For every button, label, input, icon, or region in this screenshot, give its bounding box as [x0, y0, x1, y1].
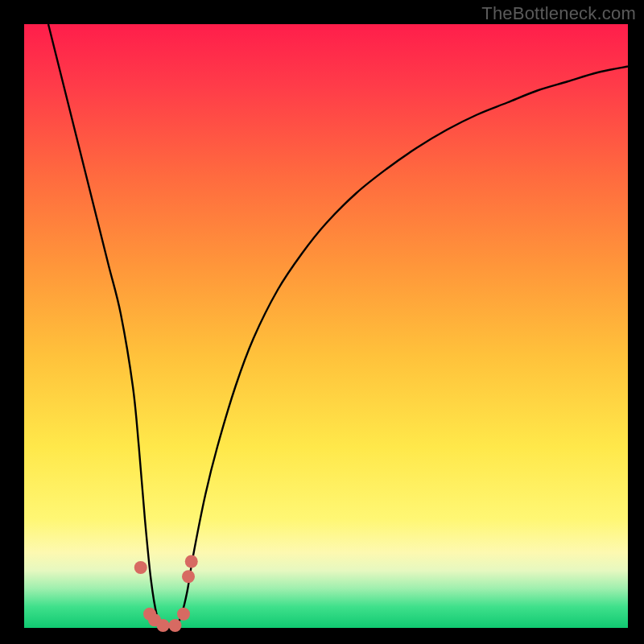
- marker-left-upper: [134, 561, 147, 574]
- chart-stage: TheBottleneck.com: [0, 0, 644, 644]
- marker-right-mid-1: [182, 570, 195, 583]
- watermark-text: TheBottleneck.com: [481, 3, 636, 24]
- bottleneck-plot: [0, 0, 644, 644]
- marker-right-lower: [177, 608, 190, 621]
- marker-right-mid-2: [185, 555, 198, 568]
- plot-area-background: [24, 24, 628, 628]
- marker-bottom-2: [169, 619, 182, 632]
- marker-bottom-1: [157, 619, 170, 632]
